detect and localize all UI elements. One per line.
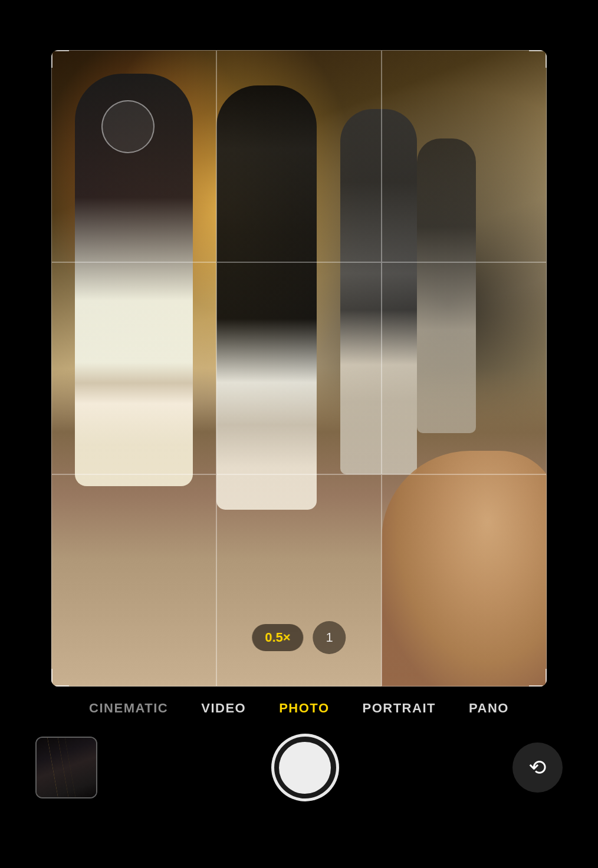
scene-person-right [340, 109, 417, 474]
viewfinder-corner-br [529, 669, 547, 687]
camera-viewfinder: 0.5× 1 [51, 50, 547, 687]
flip-camera-icon: ⟳ [529, 755, 547, 780]
mode-video[interactable]: VIDEO [185, 701, 262, 716]
zoom-1x-button[interactable]: 1 [313, 621, 346, 654]
mode-photo[interactable]: PHOTO [262, 701, 346, 716]
viewfinder-corner-tl [51, 50, 69, 68]
zoom-05x-button[interactable]: 0.5× [252, 624, 303, 651]
viewfinder-corner-bl [51, 669, 69, 687]
camera-app: 0.5× 1 CINEMATIC VIDEO PHOTO PORTRAIT PA… [0, 0, 598, 868]
mode-pano[interactable]: PANO [452, 701, 525, 716]
flip-camera-button[interactable]: ⟳ [512, 742, 563, 793]
mode-portrait[interactable]: PORTRAIT [346, 701, 452, 716]
zoom-controls: 0.5× 1 [252, 621, 346, 654]
camera-mode-bar: CINEMATIC VIDEO PHOTO PORTRAIT PANO [0, 687, 598, 728]
shutter-inner-circle [279, 742, 331, 794]
viewfinder-corner-tr [529, 50, 547, 68]
focus-indicator[interactable] [101, 100, 155, 153]
scene-person-far-right [417, 138, 476, 433]
shutter-button[interactable] [271, 734, 339, 801]
mode-cinematic[interactable]: CINEMATIC [73, 701, 185, 716]
scene-person-center [216, 85, 317, 510]
scene-arm-bottom-right [382, 451, 547, 687]
camera-bottom-controls: ⟳ [0, 728, 598, 819]
last-photo-thumbnail[interactable] [35, 737, 97, 798]
